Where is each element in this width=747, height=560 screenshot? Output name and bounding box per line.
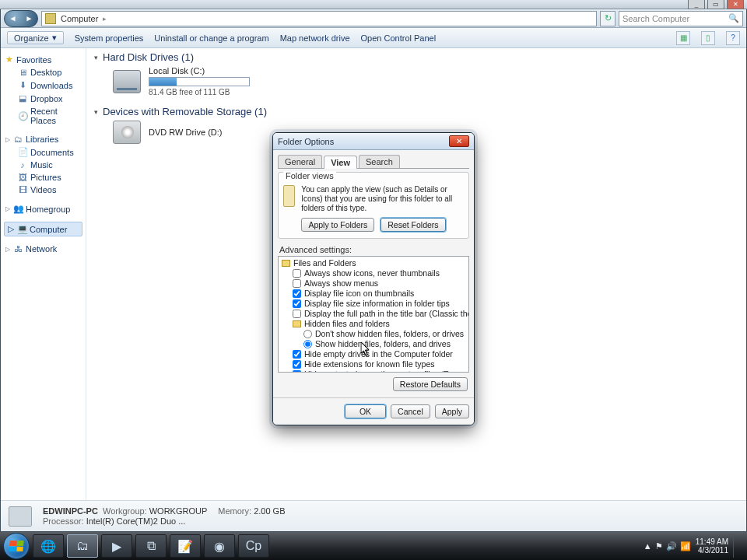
taskbar-app-1[interactable]: ⧉	[135, 534, 167, 558]
sidebar-label: Dropbox	[30, 94, 63, 103]
sidebar-item-dropbox[interactable]: ⬓Dropbox	[4, 92, 82, 105]
sidebar-item-desktop[interactable]: 🖥Desktop	[4, 66, 82, 79]
sidebar-item-pictures[interactable]: 🖼Pictures	[4, 171, 82, 184]
sidebar-item-recent[interactable]: 🕘Recent Places	[4, 105, 82, 127]
opt-show-hidden[interactable]: Show hidden files, folders, and drives	[282, 339, 467, 349]
cancel-button[interactable]: Cancel	[391, 404, 430, 418]
checkbox[interactable]	[293, 289, 301, 298]
refresh-button[interactable]: ↻	[600, 11, 615, 26]
tab-view[interactable]: View	[324, 156, 357, 169]
tree-hidden-files[interactable]: Hidden files and folders	[282, 319, 467, 329]
opt-dont-show-hidden[interactable]: Don't show hidden files, folders, or dri…	[282, 329, 467, 339]
checkbox[interactable]	[293, 299, 301, 308]
recent-icon: 🕘	[18, 111, 27, 121]
clock-time: 11:49 AM	[696, 537, 728, 546]
preview-pane-button[interactable]: ▯	[701, 31, 715, 45]
breadcrumb[interactable]: Computer	[61, 14, 98, 23]
network-icon: 🖧	[13, 244, 23, 254]
chevron-icon: ▷	[5, 246, 10, 253]
window-maximize-button[interactable]: ▭	[707, 0, 724, 9]
dialog-close-button[interactable]: ✕	[449, 135, 469, 147]
ok-button[interactable]: OK	[345, 404, 386, 418]
sidebar-item-downloads[interactable]: ⬇Downloads	[4, 79, 82, 92]
taskbar-app-2[interactable]: 📝	[170, 534, 201, 558]
opt-hide-empty-drives[interactable]: Hide empty drives in the Computer folder	[282, 349, 467, 359]
search-input[interactable]: Search Computer 🔍	[619, 11, 743, 26]
start-button[interactable]	[3, 533, 30, 559]
folder-views-icon	[283, 185, 295, 207]
radio[interactable]	[303, 340, 312, 348]
folder-views-group: Folder views You can apply the view (suc…	[278, 172, 469, 239]
nav-back-forward[interactable]: ◄►	[4, 10, 38, 27]
help-button[interactable]: ?	[726, 31, 740, 45]
checkbox[interactable]	[293, 350, 301, 359]
taskbar-chrome[interactable]: ◉	[204, 534, 235, 558]
sidebar-item-documents[interactable]: 📄Documents	[4, 145, 82, 159]
show-desktop-button[interactable]	[733, 534, 741, 558]
music-icon: ♪	[18, 160, 27, 170]
taskbar-app-3[interactable]: Cp	[238, 534, 269, 558]
view-options-button[interactable]: ▦	[676, 31, 690, 45]
window-close-button[interactable]: ✕	[727, 0, 744, 9]
sidebar-network[interactable]: ▷🖧Network	[4, 243, 82, 255]
checkbox[interactable]	[293, 310, 301, 318]
taskbar: 🌐 🗂 ▶ ⧉ 📝 ◉ Cp ▲ ⚑ 🔊 📶 11:49 AM 4/3/2011	[0, 532, 747, 560]
opt-file-icon-thumb[interactable]: Display file icon on thumbnails	[282, 289, 467, 299]
tray-flag-icon[interactable]: ⚑	[655, 541, 663, 551]
tray-volume-icon[interactable]: 🔊	[666, 541, 677, 551]
sidebar-homegroup[interactable]: ▷👥Homegroup	[4, 202, 82, 215]
folder-options-dialog: Folder Options ✕ General View Search Fol…	[272, 132, 475, 425]
back-icon: ◄	[9, 14, 17, 23]
download-icon: ⬇	[18, 80, 27, 90]
checkbox[interactable]	[293, 279, 301, 288]
opt-always-icons[interactable]: Always show icons, never thumbnails	[282, 268, 467, 278]
tray-network-icon[interactable]: 📶	[680, 541, 691, 551]
restore-defaults-button[interactable]: Restore Defaults	[393, 377, 468, 391]
pictures-icon: 🖼	[18, 173, 27, 182]
section-removable[interactable]: ▾Devices with Removable Storage (1)	[94, 106, 738, 117]
opt-hide-extensions[interactable]: Hide extensions for known file types	[282, 359, 467, 369]
taskbar-ie[interactable]: 🌐	[33, 534, 64, 558]
sidebar-computer[interactable]: ▷💻Computer	[4, 222, 82, 236]
tree-label: Show hidden files, folders, and drives	[315, 339, 451, 348]
section-hard-drives[interactable]: ▾Hard Disk Drives (1)	[94, 51, 738, 63]
taskbar-explorer[interactable]: 🗂	[67, 534, 98, 558]
checkbox[interactable]	[293, 370, 301, 373]
tray-overflow-icon[interactable]: ▲	[644, 541, 652, 551]
tree-root-files-folders[interactable]: Files and Folders	[282, 258, 467, 268]
tb-uninstall[interactable]: Uninstall or change a program	[154, 33, 268, 43]
address-bar[interactable]: Computer ▸	[41, 11, 597, 26]
apply-to-folders-button[interactable]: Apply to Folders	[301, 218, 374, 232]
workgroup-label: Workgroup:	[103, 506, 147, 516]
taskbar-media[interactable]: ▶	[101, 534, 132, 558]
advanced-settings-tree[interactable]: Files and Folders Always show icons, nev…	[278, 256, 469, 373]
dialog-titlebar[interactable]: Folder Options ✕	[273, 133, 474, 150]
tab-general[interactable]: General	[278, 155, 322, 168]
tb-control-panel[interactable]: Open Control Panel	[361, 33, 437, 43]
tray-clock[interactable]: 11:49 AM 4/3/2011	[696, 537, 728, 555]
chevron-right-icon[interactable]: ▸	[103, 15, 107, 23]
system-tray[interactable]: ▲ ⚑ 🔊 📶 11:49 AM 4/3/2011	[644, 534, 744, 558]
sidebar-item-videos[interactable]: 🎞Videos	[4, 184, 82, 196]
tree-label: Always show icons, never thumbnails	[304, 268, 440, 278]
radio[interactable]	[303, 330, 312, 338]
opt-full-path-title[interactable]: Display the full path in the title bar (…	[282, 309, 467, 319]
reset-folders-button[interactable]: Reset Folders	[381, 218, 445, 232]
tab-search[interactable]: Search	[359, 155, 400, 168]
sidebar-favorites[interactable]: ★Favorites	[4, 53, 82, 66]
opt-hide-protected-os[interactable]: Hide protected operating system files (R…	[282, 369, 467, 373]
tb-system-properties[interactable]: System properties	[75, 33, 144, 43]
opt-file-size-tips[interactable]: Display file size information in folder …	[282, 299, 467, 309]
drive-local-c[interactable]: Local Disk (C:) 81.4 GB free of 111 GB	[113, 66, 738, 96]
checkbox[interactable]	[293, 360, 301, 369]
apply-button[interactable]: Apply	[435, 404, 469, 418]
homegroup-label: Homegroup	[26, 205, 70, 214]
tb-map-drive[interactable]: Map network drive	[280, 33, 350, 43]
organize-menu[interactable]: Organize ▾	[7, 31, 64, 44]
checkbox[interactable]	[293, 269, 301, 278]
sidebar-label: Pictures	[30, 173, 61, 182]
sidebar-item-music[interactable]: ♪Music	[4, 159, 82, 171]
sidebar-libraries[interactable]: ▷🗂Libraries	[4, 133, 82, 145]
opt-always-menus[interactable]: Always show menus	[282, 278, 467, 289]
window-minimize-button[interactable]: _	[688, 0, 705, 9]
